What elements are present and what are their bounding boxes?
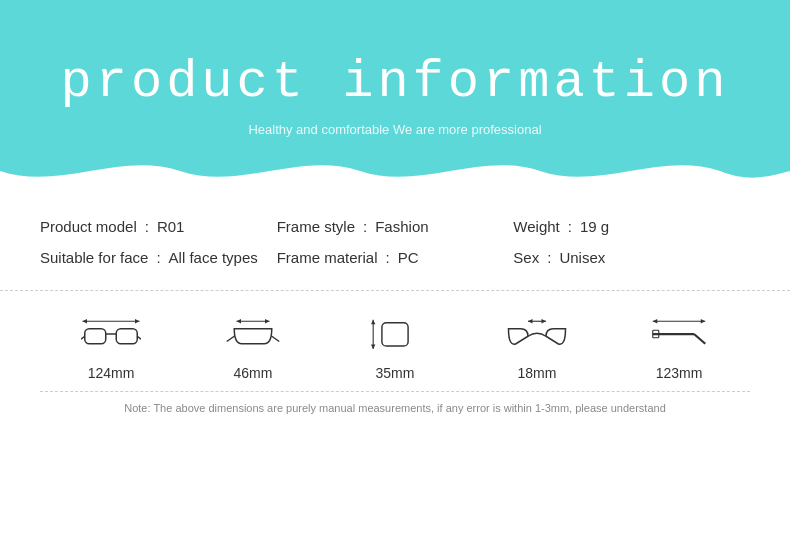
svg-marker-9 [237,319,242,324]
info-section: Product model : R01 Frame style : Fashio… [0,190,790,291]
header-subtitle: Healthy and comfortable We are more prof… [248,122,541,137]
bridge-icon [507,309,567,359]
note-section: Note: The above dimensions are purely ma… [40,391,750,424]
svg-line-12 [272,336,280,341]
temple-icon [649,309,709,359]
info-row-2: Suitable for face : All face types Frame… [40,249,750,266]
value-sex: Unisex [559,249,605,266]
lens-width-icon [223,309,283,359]
colon-1: : [145,218,149,235]
width-icon [81,309,141,359]
dim-lens-width: 46mm [223,309,283,381]
info-cell-model: Product model : R01 [40,218,277,235]
value-material: PC [398,249,419,266]
info-cell-weight: Weight : 19 g [513,218,750,235]
dim-total-width-label: 124mm [88,365,135,381]
info-cell-sex: Sex : Unisex [513,249,750,266]
info-cell-frame-style: Frame style : Fashion [277,218,514,235]
svg-rect-3 [85,329,106,344]
svg-marker-15 [371,345,375,349]
info-cell-face: Suitable for face : All face types [40,249,277,266]
value-frame-style: Fashion [375,218,428,235]
svg-marker-14 [371,320,375,324]
svg-marker-21 [653,319,658,324]
dimensions-section: 124mm 46mm [0,291,790,391]
svg-marker-18 [528,319,533,324]
svg-line-11 [227,336,235,341]
label-material: Frame material [277,249,378,266]
note-text: Note: The above dimensions are purely ma… [60,402,730,414]
info-cell-material: Frame material : PC [277,249,514,266]
svg-marker-1 [83,319,88,324]
colon-4: : [156,249,160,266]
dim-bridge: 18mm [507,309,567,381]
page-title: product information [61,53,730,112]
dim-lens-height: 35mm [365,309,425,381]
svg-marker-22 [701,319,706,324]
label-frame-style: Frame style [277,218,355,235]
svg-rect-16 [382,323,408,346]
label-sex: Sex [513,249,539,266]
colon-3: : [568,218,572,235]
colon-6: : [547,249,551,266]
wave-decoration [0,151,790,191]
svg-rect-4 [116,329,137,344]
lens-height-icon [365,309,425,359]
value-weight: 19 g [580,218,609,235]
colon-5: : [386,249,390,266]
value-product-model: R01 [157,218,185,235]
dim-total-width: 124mm [81,309,141,381]
info-row-1: Product model : R01 Frame style : Fashio… [40,218,750,235]
svg-marker-2 [135,319,140,324]
label-face: Suitable for face [40,249,148,266]
label-product-model: Product model [40,218,137,235]
dim-temple: 123mm [649,309,709,381]
label-weight: Weight [513,218,559,235]
dim-temple-label: 123mm [656,365,703,381]
svg-marker-10 [265,319,270,324]
svg-marker-19 [542,319,547,324]
colon-2: : [363,218,367,235]
svg-line-24 [694,334,705,344]
value-face: All face types [169,249,258,266]
dim-lens-width-label: 46mm [234,365,273,381]
dim-bridge-label: 18mm [518,365,557,381]
header-section: product information Healthy and comforta… [0,0,790,190]
dim-lens-height-label: 35mm [376,365,415,381]
